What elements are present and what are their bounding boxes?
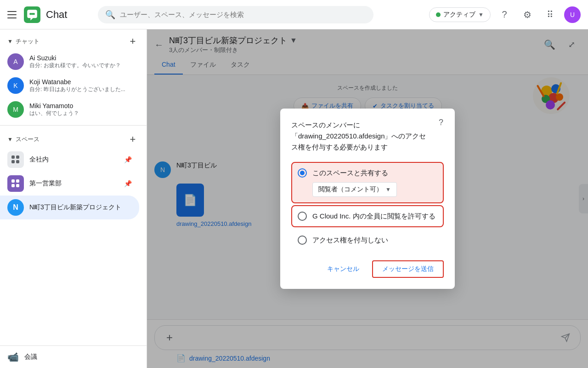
meeting-icon: 📹 — [7, 351, 19, 362]
sidebar-item-space-2[interactable]: 第一営業部 📌 — [0, 172, 139, 196]
space-name: 全社内 — [29, 155, 119, 164]
space-name-2: 第一営業部 — [29, 179, 119, 188]
menu-icon[interactable] — [7, 9, 18, 20]
avatar-miki: M — [7, 101, 24, 118]
dialog-actions: キャンセル メッセージを送信 — [291, 260, 444, 278]
sidebar-item-space-3[interactable]: N N町3丁目ビル新築プロジェクト — [0, 196, 139, 219]
dialog-option-1[interactable]: このスペースと共有する 閲覧者（コメント可） ▼ — [291, 162, 444, 203]
topbar: Chat 🔍 アクティブ ▼ ? ⚙ ⠿ U — [0, 0, 588, 29]
chevron-down-icon: ▼ — [478, 12, 484, 18]
user-sub: 自分: 昨日はありがとうございました... — [29, 86, 132, 93]
user-name: Koji Watanabe — [29, 78, 132, 86]
sidebar-item-miki-yamamoto[interactable]: M Miki Yamamoto はい、何でしょう？ — [0, 98, 139, 121]
dialog-option-2[interactable]: G Cloud Inc. 内の全員に閲覧を許可する — [291, 205, 444, 227]
content-area: ← N町3丁目ビル新築プロジェクト ▼ 3人のメンバー・制限付き 🔍 ⤢ Cha… — [147, 29, 588, 368]
radio-option-1[interactable] — [298, 168, 307, 178]
sidebar-item-ai-suzuki[interactable]: A Ai Suzuki 自分: お疲れ様です。今いいですか？ — [0, 50, 139, 74]
help-button[interactable]: ? — [495, 6, 514, 24]
avatar-koji: K — [7, 77, 24, 94]
chevron-down-icon: ▼ — [7, 38, 13, 45]
pin-icon: 📌 — [124, 156, 132, 163]
send-message-button[interactable]: メッセージを送信 — [372, 260, 444, 278]
settings-button[interactable]: ⚙ — [518, 6, 537, 24]
apps-button[interactable]: ⠿ — [541, 6, 560, 24]
spaces-section-label: スペース — [16, 135, 40, 144]
option-1-sub: 閲覧者（コメント可） ▼ — [312, 182, 437, 197]
search-input[interactable] — [120, 11, 366, 18]
user-sub: はい、何でしょう？ — [29, 109, 132, 117]
user-name: Miki Yamamoto — [29, 102, 132, 109]
space-name-3: N町3丁目ビル新築プロジェクト — [29, 203, 132, 212]
option-2-label: G Cloud Inc. 内の全員に閲覧を許可する — [312, 212, 435, 221]
space-icon-n: N — [7, 199, 24, 216]
add-space-button[interactable]: + — [126, 133, 139, 146]
svg-point-3 — [33, 12, 35, 15]
sidebar-item-koji-watanabe[interactable]: K Koji Watanabe 自分: 昨日はありがとうございました... — [0, 74, 139, 98]
sidebar-item-space-1[interactable]: 全社内 📌 — [0, 148, 139, 172]
meeting-label: 会議 — [24, 353, 37, 361]
dialog-help-button[interactable]: ? — [435, 116, 447, 129]
search-icon: 🔍 — [105, 10, 115, 20]
space-icon — [7, 151, 24, 168]
radio-option-2[interactable] — [298, 212, 307, 221]
space-icon-2 — [7, 175, 24, 192]
dialog-option-3[interactable]: アクセス権を付与しない — [291, 229, 444, 251]
dropdown-icon: ▼ — [385, 186, 391, 193]
radio-option-3[interactable] — [298, 236, 307, 245]
dialog-options: このスペースと共有する 閲覧者（コメント可） ▼ G — [291, 162, 444, 251]
status-button[interactable]: アクティブ ▼ — [429, 7, 491, 22]
app-title: Chat — [46, 9, 67, 21]
dialog-overlay: ? スペースのメンバーに「drawing_20220510.afdesign」へ… — [147, 29, 588, 368]
user-sub: 自分: お疲れ様です。今いいですか？ — [29, 62, 132, 69]
search-bar[interactable]: 🔍 — [98, 6, 373, 23]
pin-icon-2: 📌 — [124, 180, 132, 187]
add-chat-button[interactable]: + — [126, 35, 139, 48]
sidebar: ▼ チャット + A Ai Suzuki 自分: お疲れ様です。今いいですか？ … — [0, 29, 147, 368]
chat-section-label: チャット — [16, 37, 40, 46]
dialog-title: スペースのメンバーに「drawing_20220510.afdesign」へのア… — [291, 120, 444, 153]
app-logo — [24, 6, 40, 23]
chevron-down-icon: ▼ — [7, 136, 13, 143]
avatar-ai-suzuki: A — [7, 53, 24, 70]
option-1-label: このスペースと共有する — [312, 169, 388, 178]
topbar-right: アクティブ ▼ ? ⚙ ⠿ U — [429, 6, 581, 24]
chat-section-header[interactable]: ▼ チャット + — [0, 29, 147, 50]
spaces-section-header[interactable]: ▼ スペース + — [0, 129, 147, 148]
viewer-select[interactable]: 閲覧者（コメント可） ▼ — [312, 182, 397, 197]
status-dot — [436, 12, 441, 17]
option-3-label: アクセス権を付与しない — [312, 236, 388, 245]
user-name: Ai Suzuki — [29, 54, 132, 62]
cancel-button[interactable]: キャンセル — [318, 260, 368, 278]
dialog: ? スペースのメンバーに「drawing_20220510.afdesign」へ… — [280, 109, 455, 289]
user-avatar[interactable]: U — [564, 6, 581, 23]
sidebar-item-meeting[interactable]: 📹 会議 — [0, 346, 147, 368]
status-label: アクティブ — [443, 11, 475, 19]
